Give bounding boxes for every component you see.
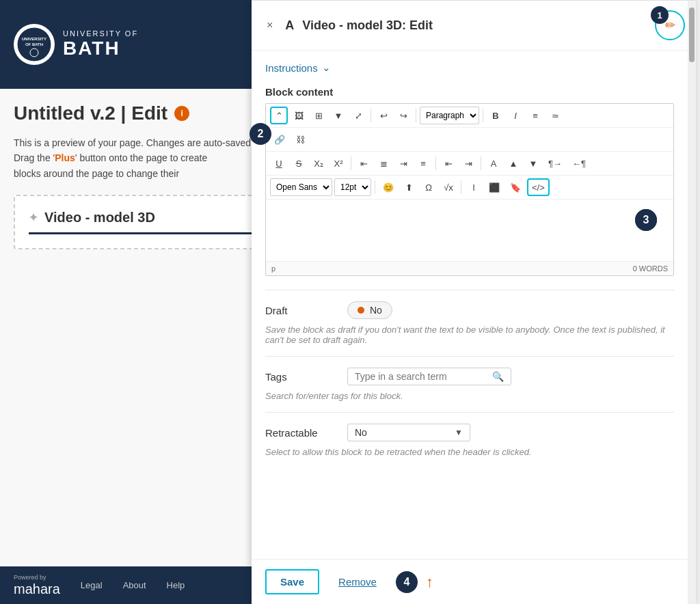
toolbar-redo-btn[interactable]: ↪ [394, 107, 412, 124]
step2-badge: 2 [250, 123, 271, 145]
retractable-value: No [355, 427, 449, 438]
font-size-select[interactable]: 12pt [334, 178, 371, 196]
toolbar-sub-btn[interactable]: X₂ [310, 154, 327, 172]
toolbar-highlight-dropdown-btn[interactable]: ▼ [524, 154, 542, 172]
logo-text: UNIVERSITY OF BATH [63, 29, 138, 59]
editor-footer: p 0 WORDS [266, 261, 673, 275]
paragraph-select[interactable]: Paragraph [420, 107, 479, 124]
step1-badge: 1 [651, 6, 669, 24]
step4-badge: 4 [396, 571, 418, 593]
modal-title-text: Video - model 3D: Edit [302, 18, 647, 33]
footer-brand: Powered by mahara [14, 574, 60, 597]
modal-footer: Save Remove 4 ↑ [252, 559, 688, 604]
toolbar-highlight-btn[interactable]: ▲ [504, 154, 522, 172]
toolbar-divider-1 [371, 109, 371, 122]
toolbar-align-center-btn[interactable]: ≣ [375, 154, 392, 172]
step3-badge: 3 [635, 209, 657, 231]
toolbar-omega-btn[interactable]: Ω [420, 178, 438, 196]
footer-help-link[interactable]: Help [167, 580, 185, 590]
toolbar-divider-3 [483, 109, 483, 122]
toolbar-source-btn[interactable]: </> [527, 178, 550, 196]
toolbar-underline-btn[interactable]: U [270, 154, 288, 172]
toolbar-divider-7 [375, 180, 375, 194]
tags-search-input[interactable] [355, 371, 487, 382]
chevron-down-icon: ▼ [455, 428, 463, 437]
draft-label: Draft [265, 305, 334, 316]
divider-2 [265, 356, 674, 357]
step3-badge-wrap: 3 [635, 209, 657, 231]
site-header: UNIVERSITY OF BATH UNIVERSITY OF BATH [0, 0, 280, 89]
block-content-label: Block content [265, 86, 674, 98]
toolbar-unlink-btn[interactable]: ⛓ [291, 131, 309, 148]
toolbar-ulist-btn[interactable]: ≡ [526, 107, 544, 124]
modal-title-icon: A [285, 18, 294, 33]
toolbar-bookmark-btn[interactable]: 🔖 [506, 178, 525, 196]
modal-close-button[interactable]: × [262, 18, 277, 33]
tags-label: Tags [265, 371, 334, 383]
toolbar-table-dropdown-btn[interactable]: ▼ [329, 107, 347, 124]
footer-legal-link[interactable]: Legal [81, 580, 103, 590]
toolbar-citation-btn[interactable]: I [465, 178, 483, 196]
scrollbar-thumb [689, 8, 695, 62]
footer-about-link[interactable]: About [123, 580, 146, 590]
university-logo: UNIVERSITY OF BATH [14, 24, 55, 65]
block-preview-box: ✦ Video - model 3D [14, 195, 267, 249]
toolbar-expand-btn[interactable]: ⌃ [270, 107, 288, 124]
toolbar-upload-btn[interactable]: ⬆ [400, 178, 418, 196]
toolbar-align-justify-btn[interactable]: ≡ [414, 154, 432, 172]
toolbar-bold-btn[interactable]: B [487, 107, 504, 124]
toolbar-fullscreen-btn[interactable]: ⤢ [349, 107, 367, 124]
page-title: Untitled v.2 | Edit [14, 102, 167, 124]
toolbar-indent-btn[interactable]: ⇥ [459, 154, 477, 172]
toolbar-outdent-btn[interactable]: ⇤ [440, 154, 457, 172]
toolbar-rtl-btn[interactable]: ¶→ [544, 154, 566, 172]
drag-handle-icon[interactable]: ✦ [29, 211, 38, 224]
toolbar-ltr-btn[interactable]: ←¶ [568, 154, 590, 172]
draft-hint: Save the block as draft if you don't wan… [265, 325, 674, 345]
toolbar-align-right-btn[interactable]: ⇥ [394, 154, 412, 172]
svg-text:OF BATH: OF BATH [25, 42, 43, 46]
toolbar-link-btn[interactable]: 🔗 [270, 131, 289, 148]
arrow-icon: ↑ [426, 573, 433, 591]
tags-hint: Search for/enter tags for this block. [265, 391, 674, 401]
retractable-field-row: Retractable No ▼ [265, 424, 674, 441]
toolbar-divider-5 [435, 156, 436, 170]
toolbar-strike-btn[interactable]: S [290, 154, 308, 172]
rich-text-editor[interactable]: ⌃ 🖼 ⊞ ▼ ⤢ ↩ ↪ Paragraph B I ≡ ≃ 🔗 [265, 103, 674, 276]
draft-dot [358, 307, 364, 314]
tags-search-wrap[interactable]: 🔍 [347, 368, 511, 385]
toolbar-table-btn[interactable]: ⊞ [310, 107, 327, 124]
draft-toggle[interactable]: No [347, 301, 392, 319]
modal-edit-button[interactable]: 1 ✏ [655, 10, 685, 40]
toolbar-sup-btn[interactable]: X² [329, 154, 347, 172]
page-title-row: Untitled v.2 | Edit i [14, 102, 267, 124]
toolbar-row-2: 🔗 ⛓ [266, 128, 673, 152]
toolbar-italic-btn[interactable]: I [507, 107, 524, 124]
toolbar-divider-4 [351, 156, 351, 170]
instructions-link[interactable]: Instructions ⌄ [265, 61, 674, 74]
logo-area: UNIVERSITY OF BATH UNIVERSITY OF BATH [14, 24, 138, 65]
save-button[interactable]: Save [265, 569, 319, 594]
search-icon: 🔍 [492, 371, 504, 382]
modal-scrollbar[interactable] [688, 1, 696, 604]
toolbar-undo-btn[interactable]: ↩ [375, 107, 392, 124]
toolbar-olist-btn[interactable]: ≃ [546, 107, 564, 124]
svg-text:UNIVERSITY: UNIVERSITY [22, 37, 46, 41]
toolbar-fontcolor-btn[interactable]: A [485, 154, 502, 172]
font-select[interactable]: Open Sans [270, 178, 332, 196]
toolbar-align-left-btn[interactable]: ⇤ [355, 154, 373, 172]
editor-content[interactable] [266, 200, 673, 261]
page-content-area: Untitled v.2 | Edit i This is a preview … [0, 89, 280, 567]
toolbar-divider-8 [461, 180, 461, 194]
toolbar-emoji-btn[interactable]: 😊 [379, 178, 398, 196]
divider-3 [265, 412, 674, 413]
toolbar-row-1: ⌃ 🖼 ⊞ ▼ ⤢ ↩ ↪ Paragraph B I ≡ ≃ [266, 104, 673, 128]
toolbar-formula-btn[interactable]: √x [440, 178, 457, 196]
toolbar-row-4: Open Sans 12pt 😊 ⬆ Ω √x I ⬛ 🔖 </> [266, 176, 673, 200]
remove-button[interactable]: Remove [327, 571, 388, 593]
site-footer: Powered by mahara Legal About Help [0, 566, 280, 604]
toolbar-template-btn[interactable]: ⬛ [485, 178, 504, 196]
toolbar-image-btn[interactable]: 🖼 [290, 107, 308, 124]
info-badge[interactable]: i [174, 106, 189, 121]
retractable-select[interactable]: No ▼ [347, 424, 470, 441]
